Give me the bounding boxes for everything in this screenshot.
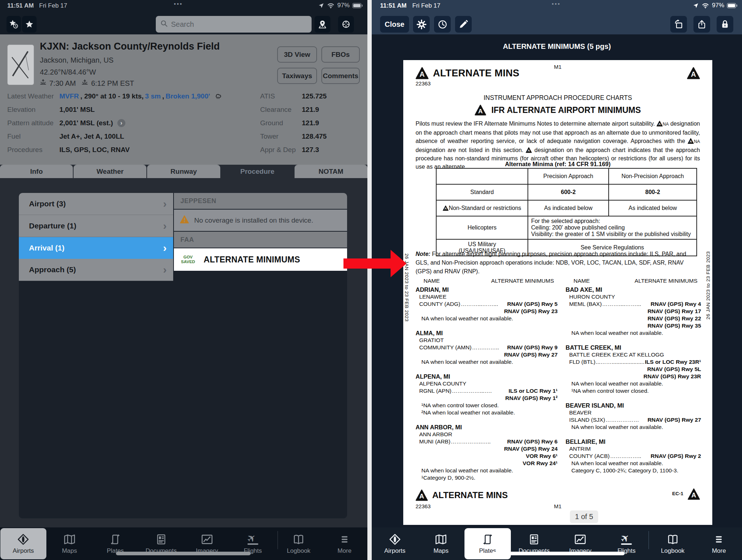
right-status-bar: 11:51 AM Fri Feb 17 ••• 97% xyxy=(372,0,742,11)
entry-minimum: RNAV (GPS) Rwy 35 xyxy=(566,322,701,329)
warning-triangle-icon xyxy=(180,215,189,226)
recents-button[interactable] xyxy=(434,16,451,33)
frequency-value[interactable]: 121.9 xyxy=(302,119,319,127)
crosshair-button[interactable] xyxy=(338,16,354,33)
alternate-mins-icon: A xyxy=(656,121,663,127)
tab-weather[interactable]: Weather xyxy=(74,165,146,178)
fbos-button[interactable]: FBOs xyxy=(321,46,360,63)
entry-minimum: RNAV (GPS) Rwy 6 xyxy=(507,438,558,445)
nav-item-more[interactable]: More xyxy=(322,528,368,559)
info-label: Elevation xyxy=(7,106,59,114)
map-pin-button[interactable] xyxy=(314,16,330,33)
svg-text:A: A xyxy=(445,207,447,210)
category-arrival-1[interactable]: Arrival (1)› xyxy=(19,237,173,259)
status-time: 11:51 AM xyxy=(7,2,34,9)
wifi-icon xyxy=(327,3,335,9)
nav-item-airports[interactable]: Airports xyxy=(0,528,46,559)
location-arrow-icon xyxy=(693,3,699,9)
search-input[interactable]: Search xyxy=(156,16,312,33)
info-value: ILS, GPS, LOC, RNAV xyxy=(59,146,130,154)
doc-note: Note: For alternate airport flight plann… xyxy=(416,250,700,276)
document-page[interactable]: A ALTERNATE MINS A M1 22363 INSTRUMENT A… xyxy=(403,60,712,525)
airports-icon xyxy=(389,533,401,546)
tab-notam[interactable]: NOTAM xyxy=(295,165,367,178)
effective-dates-right: 26 JAN 2023 to 23 FEB 2023 xyxy=(705,251,711,320)
nav-label: Logbook xyxy=(287,547,310,555)
dot-leader: ……………..….. xyxy=(451,438,507,445)
entry-city: BELLAIRE, MI xyxy=(566,438,701,445)
entry-note: NA when local weather not available. xyxy=(416,467,558,474)
category-departure-1[interactable]: Departure (1)› xyxy=(19,215,173,237)
close-button[interactable]: Close xyxy=(380,16,409,33)
lock-button[interactable] xyxy=(717,16,733,33)
entry-city: ALPENA, MI xyxy=(416,373,558,380)
rotate-icon xyxy=(674,19,684,29)
table-value-cell: As indicated below xyxy=(528,200,609,216)
comments-button[interactable]: Comments xyxy=(321,68,360,84)
alternate-minimums-item[interactable]: GOV SAVED ALTERNATE MINIMUMS xyxy=(174,248,347,271)
entry-city: BAD AXE, MI xyxy=(566,286,701,293)
tab-runway[interactable]: Runway xyxy=(147,165,220,178)
nav-item-logbook[interactable]: Logbook xyxy=(276,528,322,559)
category-airport-3[interactable]: Airport (3)› xyxy=(19,193,173,215)
sunrise-time: 7:30 AM xyxy=(49,79,76,88)
settings-button[interactable] xyxy=(413,16,430,33)
info-value[interactable]: MVFR, 290° at 10 - 19 kts, 3 sm, Broken … xyxy=(59,91,222,101)
entry-city: BEAVER ISLAND, MI xyxy=(566,402,701,409)
nav-item-logbook[interactable]: Logbook xyxy=(650,528,696,559)
sunrise-icon xyxy=(39,79,47,88)
favorites-button[interactable] xyxy=(22,16,37,33)
taxiways-button[interactable]: Taxiways xyxy=(277,68,317,84)
frequency-value[interactable]: 127.3 xyxy=(302,146,319,154)
entry-minimum: RNAV (GPS) Rwy 9 xyxy=(507,344,558,351)
nav-item-airports[interactable]: Airports xyxy=(372,528,418,559)
entry-note: NA when local weather not available. xyxy=(566,460,701,467)
tab-procedure[interactable]: Procedure xyxy=(221,165,294,178)
window-options-handle[interactable]: ••• xyxy=(552,1,561,7)
info-row: Latest WeatherMVFR, 290° at 10 - 19 kts,… xyxy=(7,89,246,103)
airport-diagram-thumbnail[interactable] xyxy=(7,45,34,85)
imagery-icon xyxy=(201,533,213,546)
entry-minimum: RNAV (GPS) Rwy 27 xyxy=(647,416,701,424)
plates-icon xyxy=(110,533,121,546)
info-row: Elevation1,001' MSL xyxy=(7,103,246,116)
share-button[interactable] xyxy=(693,16,710,33)
nav-item-maps[interactable]: Maps xyxy=(47,528,93,559)
nav-item-more[interactable]: More xyxy=(696,528,742,559)
entry-note: NA when local weather not available. xyxy=(566,380,701,387)
document-title: ALTERNATE MINIMUMS (5 pgs) xyxy=(503,42,611,51)
tab-info[interactable]: Info xyxy=(0,165,73,178)
rotate-button[interactable] xyxy=(670,16,687,33)
entry-note: NA when local weather not available. xyxy=(566,424,701,431)
battery-icon xyxy=(352,3,363,8)
entry-facility: HURON COUNTY xyxy=(566,293,701,300)
warning-text: No coverage is installed on this device. xyxy=(194,216,313,224)
entry-facility: COMMUNITY (AMN) xyxy=(419,344,471,351)
3d-view-button[interactable]: 3D View xyxy=(277,46,317,63)
entry-minimum: RNAV (GPS) Rwy 17 xyxy=(566,308,701,315)
category-approach-5[interactable]: Approach (5)› xyxy=(19,259,173,281)
info-row: Pattern altitude2,001' MSL (est.)› xyxy=(7,116,246,130)
entry-facility: ALPENA COUNTY xyxy=(416,380,558,387)
map-pin-icon xyxy=(318,20,327,29)
nav-item-maps[interactable]: Maps xyxy=(418,528,464,559)
window-options-handle[interactable]: ••• xyxy=(174,1,183,7)
chart-m-code: M1 xyxy=(403,64,712,70)
annotate-button[interactable] xyxy=(455,16,472,33)
svg-text:A: A xyxy=(691,491,696,499)
frequency-value[interactable]: 121.9 xyxy=(302,106,319,114)
frequency-value[interactable]: 125.725 xyxy=(302,92,327,100)
star-icon xyxy=(25,20,34,29)
search-placeholder: Search xyxy=(171,20,194,29)
entry-note: ¹Category D, 900-2½. xyxy=(416,474,558,481)
nav-label: Airports xyxy=(384,547,405,555)
home-indicator[interactable] xyxy=(116,552,251,555)
home-indicator[interactable] xyxy=(492,552,625,555)
entry-minimum: RNAV (GPS) Rwy 24 xyxy=(416,445,558,452)
entry-facility: ISLAND (SJX) xyxy=(569,416,605,424)
documents-icon xyxy=(529,533,539,546)
more-icon xyxy=(714,533,724,546)
frequency-value[interactable]: 128.475 xyxy=(302,132,327,140)
recent-airports-button[interactable] xyxy=(7,16,21,33)
detail-chevron-icon[interactable]: › xyxy=(117,119,125,127)
